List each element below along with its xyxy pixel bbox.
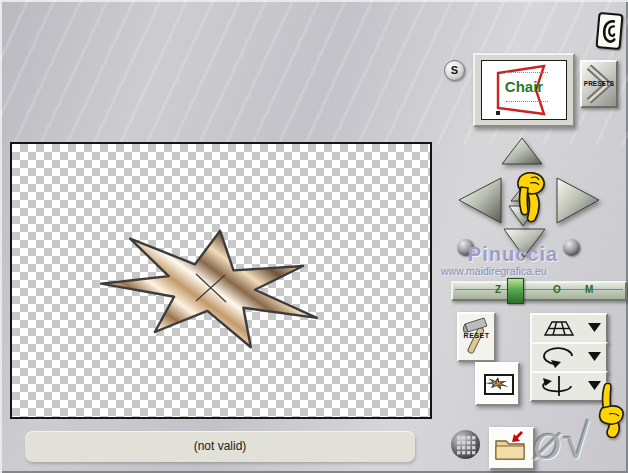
rotate-plane-icon bbox=[539, 345, 579, 369]
zoom-slider-track[interactable]: Z O M bbox=[451, 281, 627, 301]
cancel-button[interactable]: Ø bbox=[533, 424, 560, 468]
image-thumbnail-button[interactable]: Chair bbox=[473, 53, 575, 127]
chevron-down-icon bbox=[588, 352, 601, 361]
zoom-slider-line bbox=[455, 289, 623, 290]
reset-label: RESET bbox=[459, 332, 494, 339]
mini-star-icon bbox=[484, 374, 514, 395]
hand-up-icon bbox=[595, 383, 628, 438]
reset-button[interactable]: RESET bbox=[457, 312, 496, 362]
ear-glyph bbox=[598, 14, 622, 48]
s-button[interactable]: S bbox=[444, 60, 465, 81]
watermark-website: www.maidiregrafica.eu bbox=[441, 265, 547, 277]
pan-up-button[interactable] bbox=[500, 136, 544, 166]
texture-thumbnail-button[interactable] bbox=[475, 362, 520, 406]
plugin-window: S Chair PRESETS bbox=[0, 0, 628, 473]
preview-star-image bbox=[12, 144, 430, 417]
pan-right-button[interactable] bbox=[555, 176, 601, 225]
thumbnail-title: Chair bbox=[482, 78, 566, 95]
grid-ball-icon bbox=[450, 429, 481, 460]
rotate-axis-icon bbox=[539, 374, 579, 398]
hand-down-icon bbox=[511, 170, 549, 224]
presets-button[interactable]: PRESETS bbox=[580, 60, 618, 108]
rotate-plane-dropdown-button[interactable] bbox=[530, 342, 608, 373]
zoom-letter-z: Z bbox=[495, 284, 501, 295]
zoom-letter-o: O bbox=[553, 284, 561, 295]
thumbnail-dots-top bbox=[506, 72, 548, 73]
status-message: (not valid) bbox=[194, 439, 247, 453]
thumbnail-image: Chair bbox=[481, 60, 567, 120]
import-folder-icon bbox=[491, 429, 529, 464]
perspective-dropdown-button[interactable] bbox=[530, 313, 608, 344]
pan-left-button[interactable] bbox=[457, 176, 503, 225]
preview-canvas[interactable] bbox=[10, 142, 432, 419]
ok-button[interactable]: √ bbox=[563, 414, 589, 469]
zoom-slider-thumb[interactable] bbox=[507, 278, 524, 304]
status-bar: (not valid) bbox=[25, 431, 415, 462]
watermark-signature: Pinuccia bbox=[433, 243, 593, 266]
chevron-down-icon bbox=[588, 323, 601, 332]
perspective-grid-icon bbox=[539, 316, 579, 340]
ear-logo-icon[interactable] bbox=[595, 12, 623, 50]
presets-label: PRESETS bbox=[579, 80, 619, 87]
grid-ball-button[interactable] bbox=[450, 429, 481, 460]
open-preset-button[interactable] bbox=[489, 427, 535, 470]
zoom-letter-m: M bbox=[585, 284, 593, 295]
thumbnail-dots-bottom bbox=[506, 101, 548, 102]
